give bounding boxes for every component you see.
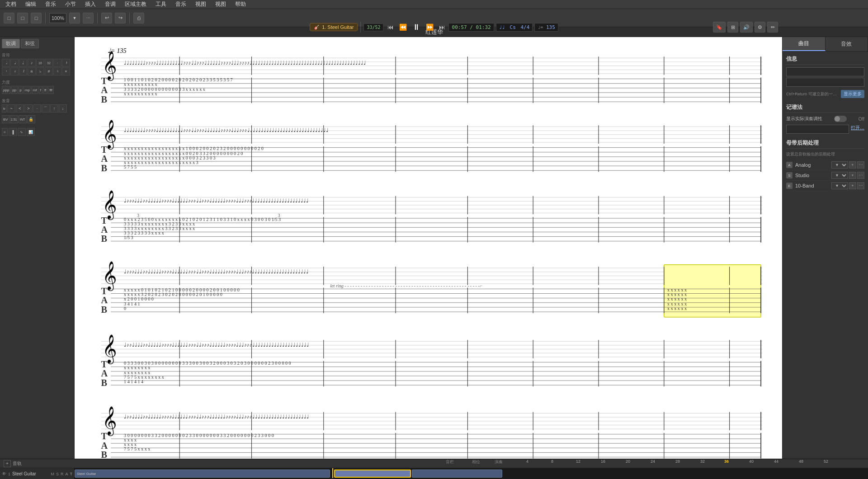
info-input-1[interactable]	[786, 67, 864, 76]
notation-toggle[interactable]	[834, 116, 847, 122]
palette-wave-icon[interactable]: ∿	[18, 128, 26, 136]
menu-item-region[interactable]: 区域主教	[123, 0, 148, 8]
artic-cresc[interactable]: <	[16, 104, 24, 113]
pal-extra-1[interactable]: BV	[2, 115, 9, 123]
note-rest[interactable]: 𝄽	[62, 59, 70, 67]
transport-rewind[interactable]: ⏮	[386, 23, 396, 32]
mastering-dropdown-10band[interactable]: ▼	[831, 182, 848, 189]
menu-item-tone[interactable]: 音调	[103, 0, 118, 8]
tab-sound[interactable]: 音效	[826, 37, 868, 51]
menu-item-measure[interactable]: 小节	[63, 0, 78, 8]
new-button[interactable]: □	[4, 13, 14, 23]
mastering-settings-analog[interactable]: ⋯	[857, 161, 864, 169]
dyn-mf[interactable]: mf	[32, 86, 38, 94]
double-sharp[interactable]: ×	[62, 67, 70, 75]
note-half[interactable]: 𝅘𝅥	[10, 59, 19, 67]
mastering-add-10band[interactable]: +	[849, 182, 856, 189]
note-whole[interactable]: 𝅗𝅥	[2, 59, 10, 67]
artic-dim[interactable]: >	[24, 104, 33, 113]
print-button[interactable]: ⎙	[133, 13, 144, 23]
speaker-button[interactable]: 🔊	[740, 22, 753, 33]
dyn-mp[interactable]: mp	[24, 86, 31, 94]
zoom-input[interactable]	[49, 13, 66, 23]
pal-extra-3[interactable]: INT	[19, 115, 27, 123]
note-quarter[interactable]: ♩	[19, 59, 27, 67]
pal-extra-4[interactable]: 🔒	[27, 115, 35, 123]
mastering-settings-10band[interactable]: ⋯	[857, 182, 864, 189]
menu-item-insert[interactable]: 插入	[83, 0, 98, 8]
transport-back[interactable]: ⏪	[397, 23, 409, 32]
accidental-flat[interactable]: ♭	[36, 67, 44, 75]
dyn-ppp[interactable]: ppp	[2, 86, 10, 94]
track-segment-1[interactable]: Steel Guitar	[75, 470, 330, 478]
mastering-settings-studio[interactable]: ⋯	[857, 172, 864, 179]
dyn-ff[interactable]: ff	[43, 86, 47, 94]
notation-input[interactable]	[786, 125, 849, 134]
rest-eighth[interactable]: 𝅀	[19, 67, 27, 75]
open-notation-link[interactable]: 打开…	[851, 125, 864, 134]
transport-forward[interactable]: ⏩	[424, 23, 435, 32]
track-mute[interactable]: M	[51, 472, 54, 476]
zoom-options-button[interactable]: ⋯	[83, 13, 94, 23]
rest-16th[interactable]: R	[28, 67, 36, 75]
menu-item-help[interactable]: 帮助	[233, 0, 248, 8]
save-button[interactable]: □	[31, 13, 42, 23]
track-tuner[interactable]: A	[65, 472, 68, 476]
mastering-add-studio[interactable]: +	[849, 172, 856, 179]
palette-tab-melody[interactable]: 歌调	[2, 39, 20, 48]
rest-half[interactable]: 𝄾	[2, 67, 10, 75]
grid-button[interactable]: ⊞	[727, 22, 738, 33]
transport-pause[interactable]: ⏸	[410, 22, 422, 33]
score-area[interactable]: ♩= 135 𝄞 ♩♩♩♩♩♩♩♩♪♪♪♪♩♩♩♩♩♩♩♩♩♩♪♪♪♩♩♪♪♪♩…	[75, 37, 782, 459]
menu-item-tools[interactable]: 工具	[154, 0, 168, 8]
dyn-p[interactable]: p	[18, 86, 23, 94]
artic-tenuto[interactable]: ⌒	[42, 104, 50, 113]
menu-item-music2[interactable]: 音乐	[174, 0, 188, 8]
track-segment-3[interactable]	[412, 470, 502, 478]
dyn-pp[interactable]: pp	[11, 86, 18, 94]
accidental-natural[interactable]: ♮	[53, 67, 61, 75]
accidental-sharp[interactable]: #	[45, 67, 53, 75]
menu-item-music[interactable]: 音乐	[43, 0, 58, 8]
palette-eq-icon[interactable]: =	[2, 128, 8, 136]
track-settings[interactable]: T	[70, 472, 73, 476]
artic-down[interactable]: ↓	[59, 104, 67, 113]
track-record[interactable]: R	[61, 472, 64, 476]
menu-item-document[interactable]: 文档	[4, 0, 18, 8]
palette-tab-chord[interactable]: 和弦	[21, 39, 39, 48]
dyn-f[interactable]: f	[39, 86, 42, 94]
artic-trill[interactable]: tr	[2, 104, 7, 113]
undo-button[interactable]: ↩	[101, 13, 112, 23]
transport-end[interactable]: ⏭	[437, 23, 447, 32]
dyn-fff[interactable]: fff	[48, 86, 53, 94]
mastering-add-analog[interactable]: +	[849, 161, 856, 169]
artic-up[interactable]: ↑	[50, 104, 58, 113]
note-16th[interactable]: 16	[36, 59, 44, 67]
zoom-down-button[interactable]: ▼	[69, 13, 80, 23]
artic-staccato[interactable]: ·	[33, 104, 41, 113]
track-solo[interactable]: S	[56, 472, 59, 476]
bookmark-button[interactable]: 🔖	[713, 22, 726, 33]
artic-vibrato[interactable]: ~	[7, 104, 15, 113]
palette-chart-icon[interactable]: 📊	[27, 128, 35, 136]
redo-button[interactable]: ↪	[115, 13, 126, 23]
palette-bar-icon[interactable]: ▐	[9, 128, 17, 136]
tab-score[interactable]: 曲目	[783, 37, 826, 51]
track-visibility-icon[interactable]: 👁	[2, 471, 6, 476]
menu-item-edit[interactable]: 编辑	[24, 0, 38, 8]
rest-quarter[interactable]: 𝄿	[10, 67, 19, 75]
edit-pencil-button[interactable]: ✏	[767, 22, 778, 33]
mastering-dropdown-analog[interactable]: ▼	[831, 161, 848, 169]
track-segment-selected[interactable]	[334, 470, 411, 478]
mastering-dropdown-studio[interactable]: ▼	[831, 172, 848, 179]
settings-button[interactable]: ⚙	[755, 22, 765, 33]
track-timeline[interactable]: Steel Guitar	[75, 468, 868, 479]
menu-item-view[interactable]: 视图	[193, 0, 208, 8]
menu-item-view2[interactable]: 视图	[213, 0, 228, 8]
note-dot[interactable]: ·	[53, 59, 61, 67]
pal-extra-2[interactable]: 2.51	[10, 115, 18, 123]
add-track-button[interactable]: +	[4, 460, 11, 467]
open-button[interactable]: □	[17, 13, 28, 23]
note-eighth[interactable]: ♪	[28, 59, 36, 67]
note-32nd[interactable]: 32	[45, 59, 53, 67]
